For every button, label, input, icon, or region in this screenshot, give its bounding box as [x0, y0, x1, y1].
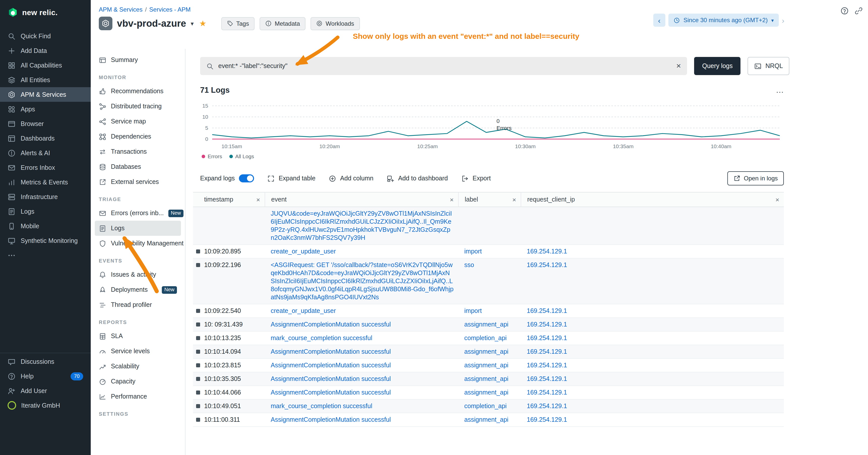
nav-item-deployments[interactable]: DeploymentsNew — [95, 282, 181, 297]
row-grip-icon[interactable] — [196, 390, 200, 394]
sidebar-item-metrics-events[interactable]: Metrics & Events — [0, 175, 91, 190]
nav-item-capacity[interactable]: Capacity — [95, 374, 181, 389]
sidebar-item-add-data[interactable]: Add Data — [0, 43, 91, 58]
open-in-logs-button[interactable]: Open in logs — [727, 171, 784, 186]
time-range-button[interactable]: Since 30 minutes ago (GMT+2) ▾ — [669, 13, 779, 27]
log-row[interactable]: 10:09:22.540create_or_update_userimport1… — [193, 304, 784, 318]
log-label-link[interactable]: assignment_api — [464, 389, 508, 396]
nav-item-distributed-tracing[interactable]: Distributed tracing — [95, 99, 181, 114]
log-event-link[interactable]: mark_course_completion successful — [271, 334, 372, 342]
log-event-link[interactable]: AssignmentCompletionMutation successful — [271, 348, 391, 355]
log-ip-link[interactable]: 169.254.129.1 — [527, 248, 567, 255]
favorite-star-icon[interactable]: ★ — [199, 19, 207, 28]
time-forward-button[interactable]: › — [782, 16, 784, 25]
log-event-link[interactable]: AssignmentCompletionMutation successful — [271, 376, 391, 383]
remove-column-icon[interactable]: × — [772, 196, 779, 203]
legend-item-errors[interactable]: Errors — [202, 153, 222, 159]
log-row[interactable]: 10:09:20.895create_or_update_userimport1… — [193, 245, 784, 259]
log-label-link[interactable]: assignment_api — [464, 376, 508, 383]
log-ip-link[interactable]: 169.254.129.1 — [527, 348, 567, 355]
row-grip-icon[interactable] — [196, 336, 200, 340]
log-event-link[interactable]: create_or_update_user — [271, 307, 336, 315]
remove-column-icon[interactable]: × — [252, 196, 260, 203]
log-event-link[interactable]: mark_course_completion successful — [271, 402, 372, 410]
log-row[interactable]: 10:10:23.815AssignmentCompletionMutation… — [193, 359, 784, 372]
log-label-link[interactable]: import — [464, 307, 482, 315]
row-grip-icon[interactable] — [196, 363, 200, 367]
sidebar-item-more[interactable] — [0, 248, 91, 262]
sidebar-item-dashboards[interactable]: Dashboards — [0, 131, 91, 145]
row-grip-icon[interactable] — [196, 418, 200, 422]
time-back-button[interactable]: ‹ — [653, 13, 665, 27]
sidebar-item-all-capabilities[interactable]: All Capabilities — [0, 58, 91, 72]
log-row[interactable]: JUQVU&code=eyJraWQiOiJjcGltY29yZV8wOTl1M… — [193, 207, 784, 245]
log-query-input[interactable]: event:* -"label":"security" × — [200, 57, 687, 75]
export-button[interactable]: Export — [461, 174, 491, 182]
entity-action-workloads[interactable]: Workloads — [310, 17, 360, 30]
nav-item-errors-errors-inb[interactable]: Errors (errors inb...New — [95, 205, 181, 221]
legend-item-all-logs[interactable]: All Logs — [229, 153, 254, 159]
log-row[interactable]: 10:10:49.051mark_course_completion succe… — [193, 399, 784, 413]
expand-logs-control[interactable]: Expand logs — [200, 174, 254, 183]
sidebar-item-all-entities[interactable]: All Entities — [0, 72, 91, 87]
nav-item-performance[interactable]: Performance — [95, 389, 181, 404]
nav-item-external-services[interactable]: External services — [95, 174, 181, 190]
log-row[interactable]: 10:10:13.235mark_course_completion succe… — [193, 331, 784, 345]
log-row[interactable]: 10:10:44.066AssignmentCompletionMutation… — [193, 386, 784, 399]
nav-item-issues-activity[interactable]: Issues & activity — [95, 267, 181, 282]
sidebar-item-logs[interactable]: Logs — [0, 204, 91, 219]
log-event-link[interactable]: AssignmentCompletionMutation successful — [271, 362, 391, 369]
row-grip-icon[interactable] — [196, 404, 200, 408]
log-label-link[interactable]: assignment_api — [464, 362, 508, 369]
remove-column-icon[interactable]: × — [508, 196, 516, 203]
log-ip-link[interactable]: 169.254.129.1 — [527, 321, 567, 328]
permalink-icon[interactable] — [855, 6, 863, 15]
row-grip-icon[interactable] — [196, 309, 200, 313]
sidebar-item-discussions[interactable]: Discussions — [0, 354, 91, 369]
help-icon[interactable] — [840, 6, 849, 15]
row-grip-icon[interactable] — [196, 377, 200, 381]
sidebar-item-infrastructure[interactable]: Infrastructure — [0, 190, 91, 204]
row-grip-icon[interactable] — [196, 250, 200, 254]
log-event-link[interactable]: create_or_update_user — [271, 248, 336, 255]
log-ip-link[interactable]: 169.254.129.1 — [527, 376, 567, 383]
log-label-link[interactable]: assignment_api — [464, 416, 508, 423]
log-label-link[interactable]: assignment_api — [464, 321, 508, 328]
entity-chevron-down-icon[interactable]: ▾ — [191, 20, 194, 27]
log-ip-link[interactable]: 169.254.129.1 — [527, 334, 567, 342]
log-ip-link[interactable]: 169.254.129.1 — [527, 402, 567, 410]
log-label-link[interactable]: completion_api — [464, 402, 506, 410]
log-ip-link[interactable]: 169.254.129.1 — [527, 261, 567, 268]
log-ip-link[interactable]: 169.254.129.1 — [527, 362, 567, 369]
log-event-link[interactable]: <ASGIRequest: GET '/sso/callback/?state=… — [271, 261, 454, 301]
query-logs-button[interactable]: Query logs — [694, 57, 741, 75]
nrql-button[interactable]: NRQL — [748, 57, 789, 75]
add-to-dashboard-button[interactable]: Add to dashboard — [386, 174, 448, 182]
nav-item-vulnerability-management[interactable]: Vulnerability Management — [95, 236, 181, 251]
log-event-link[interactable]: AssignmentCompletionMutation successful — [271, 389, 391, 396]
breadcrumb-services-apm[interactable]: Services - APM — [149, 6, 190, 13]
breadcrumb-apm-services[interactable]: APM & Services — [99, 6, 143, 13]
log-ip-link[interactable]: 169.254.129.1 — [527, 307, 567, 315]
log-label-link[interactable]: completion_api — [464, 334, 506, 342]
log-event-link[interactable]: JUQVU&code=eyJraWQiOiJjcGltY29yZV8wOTl1M… — [271, 210, 452, 241]
nav-item-recommendations[interactable]: Recommendations — [95, 84, 181, 99]
entity-action-tags[interactable]: Tags — [221, 17, 254, 30]
nav-item-summary[interactable]: Summary — [95, 53, 181, 67]
log-event-link[interactable]: AssignmentCompletionMutation successful — [271, 321, 391, 328]
sidebar-item-help[interactable]: Help70 — [0, 369, 91, 384]
log-event-link[interactable]: AssignmentCompletionMutation successful — [271, 416, 391, 423]
row-grip-icon[interactable] — [196, 323, 200, 326]
sidebar-item-mobile[interactable]: Mobile — [0, 219, 91, 233]
remove-column-icon[interactable]: × — [446, 196, 454, 203]
nav-item-transactions[interactable]: Transactions — [95, 144, 181, 159]
nav-item-databases[interactable]: Databases — [95, 159, 181, 174]
log-ip-link[interactable]: 169.254.129.1 — [527, 416, 567, 423]
sidebar-item-browser[interactable]: Browser — [0, 117, 91, 131]
log-row[interactable]: 10: 09:31.439AssignmentCompletionMutatio… — [193, 318, 784, 331]
log-row[interactable]: 10:10:14.094AssignmentCompletionMutation… — [193, 345, 784, 359]
nav-item-scalability[interactable]: Scalability — [95, 359, 181, 374]
entity-action-metadata[interactable]: Metadata — [259, 17, 306, 30]
log-label-link[interactable]: assignment_api — [464, 348, 508, 355]
log-label-link[interactable]: sso — [464, 261, 474, 268]
